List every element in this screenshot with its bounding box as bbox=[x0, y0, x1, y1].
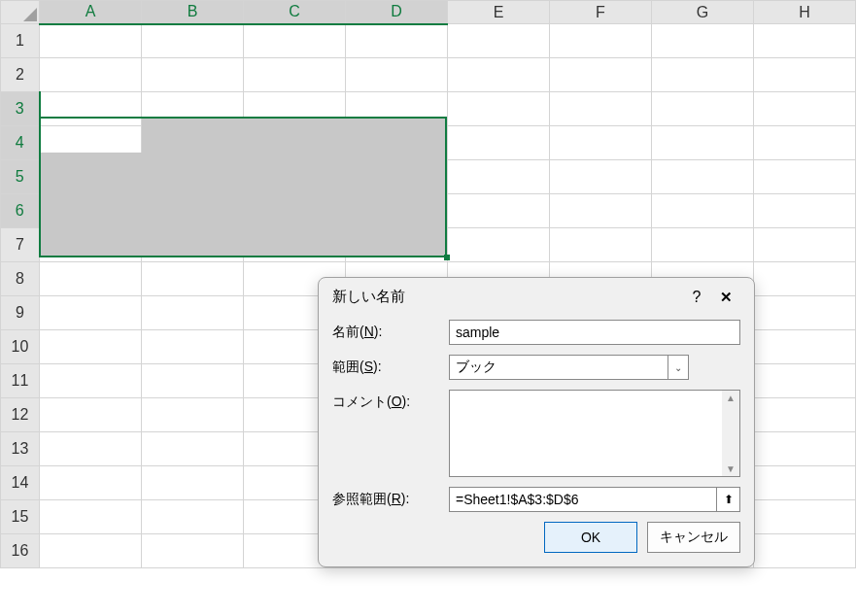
help-button[interactable]: ? bbox=[682, 289, 711, 306]
row-header-6[interactable]: 6 bbox=[1, 194, 40, 228]
col-header-F[interactable]: F bbox=[550, 1, 652, 24]
row-header-14[interactable]: 14 bbox=[1, 466, 40, 500]
col-header-B[interactable]: B bbox=[142, 1, 244, 24]
cell[interactable] bbox=[652, 58, 754, 92]
cell[interactable] bbox=[754, 194, 856, 228]
cell[interactable] bbox=[448, 58, 550, 92]
cell[interactable] bbox=[142, 160, 244, 194]
scroll-down-icon[interactable]: ▼ bbox=[726, 463, 736, 474]
cell[interactable] bbox=[754, 364, 856, 398]
cell[interactable] bbox=[40, 24, 142, 58]
cell[interactable] bbox=[142, 24, 244, 58]
cell[interactable] bbox=[550, 58, 652, 92]
cell[interactable] bbox=[754, 262, 856, 296]
chevron-down-icon[interactable]: ⌄ bbox=[668, 355, 689, 380]
cell[interactable] bbox=[40, 228, 142, 262]
cell[interactable] bbox=[346, 228, 448, 262]
cell[interactable] bbox=[754, 126, 856, 160]
cell[interactable] bbox=[40, 92, 142, 126]
row-header-3[interactable]: 3 bbox=[1, 92, 40, 126]
cell[interactable] bbox=[448, 228, 550, 262]
cell[interactable] bbox=[40, 262, 142, 296]
cell[interactable] bbox=[346, 160, 448, 194]
cell[interactable] bbox=[142, 466, 244, 500]
cell[interactable] bbox=[346, 58, 448, 92]
row-header-16[interactable]: 16 bbox=[1, 534, 40, 568]
row-header-13[interactable]: 13 bbox=[1, 432, 40, 466]
comment-textarea[interactable]: ▲ ▼ bbox=[449, 390, 740, 477]
collapse-dialog-icon[interactable]: ⬆ bbox=[717, 487, 740, 512]
cell[interactable] bbox=[40, 500, 142, 534]
row-header-8[interactable]: 8 bbox=[1, 262, 40, 296]
cell[interactable] bbox=[652, 228, 754, 262]
cell[interactable] bbox=[754, 228, 856, 262]
cell[interactable] bbox=[142, 500, 244, 534]
cell[interactable] bbox=[754, 466, 856, 500]
cell[interactable] bbox=[346, 126, 448, 160]
dialog-titlebar[interactable]: 新しい名前 ? ✕ bbox=[319, 278, 754, 312]
cell[interactable] bbox=[346, 92, 448, 126]
cell[interactable] bbox=[652, 194, 754, 228]
cell[interactable] bbox=[550, 24, 652, 58]
cell[interactable] bbox=[142, 58, 244, 92]
cell[interactable] bbox=[40, 534, 142, 568]
comment-scrollbar[interactable]: ▲ ▼ bbox=[722, 391, 739, 476]
cell[interactable] bbox=[754, 432, 856, 466]
row-header-11[interactable]: 11 bbox=[1, 364, 40, 398]
cell[interactable] bbox=[448, 160, 550, 194]
scope-value[interactable] bbox=[449, 355, 688, 380]
cell[interactable] bbox=[754, 534, 856, 568]
cell[interactable] bbox=[40, 126, 142, 160]
cell[interactable] bbox=[652, 24, 754, 58]
ok-button[interactable]: OK bbox=[544, 522, 637, 553]
cell[interactable] bbox=[652, 160, 754, 194]
cell[interactable] bbox=[142, 398, 244, 432]
close-button[interactable]: ✕ bbox=[711, 289, 740, 306]
row-header-1[interactable]: 1 bbox=[1, 24, 40, 58]
cell[interactable] bbox=[40, 58, 142, 92]
row-header-2[interactable]: 2 bbox=[1, 58, 40, 92]
cell[interactable] bbox=[142, 92, 244, 126]
cell[interactable] bbox=[448, 92, 550, 126]
row-header-12[interactable]: 12 bbox=[1, 398, 40, 432]
cell[interactable] bbox=[244, 228, 346, 262]
cell[interactable] bbox=[346, 194, 448, 228]
cell[interactable] bbox=[40, 466, 142, 500]
cell[interactable] bbox=[754, 330, 856, 364]
row-header-4[interactable]: 4 bbox=[1, 126, 40, 160]
cell[interactable] bbox=[40, 432, 142, 466]
row-header-7[interactable]: 7 bbox=[1, 228, 40, 262]
cell[interactable] bbox=[754, 24, 856, 58]
cell[interactable] bbox=[244, 160, 346, 194]
cell[interactable] bbox=[142, 194, 244, 228]
cell[interactable] bbox=[754, 500, 856, 534]
cell[interactable] bbox=[550, 92, 652, 126]
cell[interactable] bbox=[448, 194, 550, 228]
cell[interactable] bbox=[142, 126, 244, 160]
row-header-15[interactable]: 15 bbox=[1, 500, 40, 534]
cell[interactable] bbox=[142, 534, 244, 568]
cell[interactable] bbox=[142, 262, 244, 296]
cell[interactable] bbox=[550, 126, 652, 160]
cell[interactable] bbox=[652, 126, 754, 160]
cell[interactable] bbox=[754, 92, 856, 126]
cell[interactable] bbox=[244, 92, 346, 126]
cell[interactable] bbox=[244, 126, 346, 160]
cell[interactable] bbox=[550, 160, 652, 194]
scope-select[interactable]: ⌄ bbox=[449, 355, 688, 380]
select-all-corner[interactable] bbox=[1, 1, 40, 24]
cell[interactable] bbox=[346, 24, 448, 58]
row-header-10[interactable]: 10 bbox=[1, 330, 40, 364]
col-header-E[interactable]: E bbox=[448, 1, 550, 24]
row-header-9[interactable]: 9 bbox=[1, 296, 40, 330]
scroll-up-icon[interactable]: ▲ bbox=[726, 393, 736, 403]
cell[interactable] bbox=[244, 194, 346, 228]
cell[interactable] bbox=[40, 194, 142, 228]
cell[interactable] bbox=[652, 92, 754, 126]
cell[interactable] bbox=[550, 194, 652, 228]
col-header-C[interactable]: C bbox=[244, 1, 346, 24]
cell[interactable] bbox=[244, 24, 346, 58]
cell[interactable] bbox=[448, 126, 550, 160]
row-header-5[interactable]: 5 bbox=[1, 160, 40, 194]
cell[interactable] bbox=[244, 58, 346, 92]
